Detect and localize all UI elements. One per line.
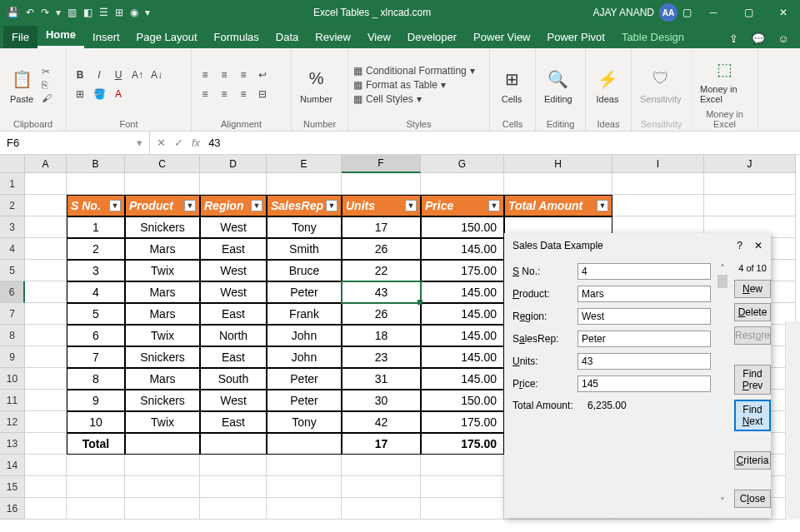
cell[interactable]: [200, 498, 267, 520]
cell[interactable]: 43: [342, 281, 421, 303]
cell[interactable]: Smith: [267, 238, 342, 260]
col-header-A[interactable]: A: [25, 155, 67, 173]
cell[interactable]: [704, 195, 796, 216]
cell[interactable]: 26: [342, 238, 421, 260]
cell[interactable]: [25, 433, 67, 455]
cell[interactable]: John: [267, 346, 342, 368]
cell[interactable]: SalesRep▼: [267, 195, 342, 216]
cell[interactable]: [67, 498, 125, 520]
cell[interactable]: 17: [342, 433, 421, 455]
paste-button[interactable]: 📋 Paste: [5, 64, 38, 106]
ideas-button[interactable]: ⚡Ideas: [591, 64, 624, 106]
cell[interactable]: West: [200, 390, 267, 411]
save-icon[interactable]: 💾: [7, 7, 19, 18]
qat-icon[interactable]: ☰: [99, 7, 108, 18]
delete-button[interactable]: Delete: [734, 303, 771, 321]
cell[interactable]: [25, 498, 67, 520]
cell[interactable]: Peter: [267, 368, 342, 390]
price-field[interactable]: [578, 375, 711, 392]
cell-styles-button[interactable]: ▦Cell Styles ▾: [353, 93, 475, 105]
cell[interactable]: [25, 238, 67, 260]
tab-data[interactable]: Data: [268, 26, 307, 48]
cell[interactable]: [421, 173, 504, 195]
row-header-11[interactable]: 11: [0, 390, 25, 411]
formula-input[interactable]: 43: [208, 137, 220, 149]
cell[interactable]: 150.00: [421, 216, 504, 238]
cell[interactable]: West: [200, 216, 267, 238]
cell[interactable]: 5: [67, 303, 125, 325]
cancel-icon[interactable]: ✕: [157, 137, 166, 149]
cell[interactable]: Twix: [125, 260, 200, 281]
border-button[interactable]: ⊞: [72, 86, 88, 102]
cell[interactable]: 18: [342, 325, 421, 346]
cell[interactable]: 2: [67, 238, 125, 260]
cells-button[interactable]: ⊞Cells: [495, 64, 528, 106]
cell[interactable]: [25, 455, 67, 476]
tab-developer[interactable]: Developer: [399, 26, 465, 48]
cell[interactable]: [421, 498, 504, 520]
cell[interactable]: West: [200, 281, 267, 303]
scroll-up-icon[interactable]: ˄: [720, 263, 725, 275]
cell[interactable]: [421, 455, 504, 476]
row-header-15[interactable]: 15: [0, 476, 25, 498]
align-right-button[interactable]: ≡: [235, 86, 252, 102]
qat-icon[interactable]: ⊞: [115, 7, 123, 18]
row-header-3[interactable]: 3: [0, 216, 25, 238]
cell[interactable]: [342, 476, 421, 498]
name-box[interactable]: F6▾: [0, 132, 150, 154]
tab-table-design[interactable]: Table Design: [613, 26, 692, 48]
conditional-formatting-button[interactable]: ▦Conditional Formatting ▾: [353, 65, 475, 77]
row-header-7[interactable]: 7: [0, 303, 25, 325]
cell[interactable]: East: [200, 303, 267, 325]
cell[interactable]: Price▼: [421, 195, 504, 216]
cell[interactable]: Twix: [125, 411, 200, 433]
cell[interactable]: Mars: [125, 303, 200, 325]
row-header-9[interactable]: 9: [0, 346, 25, 368]
cell[interactable]: Tony: [267, 411, 342, 433]
cell[interactable]: Mars: [125, 368, 200, 390]
cell[interactable]: [25, 411, 67, 433]
tab-home[interactable]: Home: [38, 23, 84, 48]
cell[interactable]: [25, 281, 67, 303]
cell[interactable]: [267, 173, 342, 195]
region-field[interactable]: [578, 308, 711, 325]
cell[interactable]: Twix: [125, 325, 200, 346]
cell[interactable]: [612, 173, 704, 195]
cell[interactable]: Product▼: [125, 195, 200, 216]
cell[interactable]: [25, 346, 67, 368]
dialog-close-button[interactable]: ✕: [754, 240, 762, 251]
tab-view[interactable]: View: [359, 26, 399, 48]
row-header-8[interactable]: 8: [0, 325, 25, 346]
filter-dropdown-icon[interactable]: ▼: [597, 200, 608, 211]
cell[interactable]: 175.00: [421, 411, 504, 433]
format-as-table-button[interactable]: ▦Format as Table ▾: [353, 79, 475, 91]
cell[interactable]: East: [200, 346, 267, 368]
align-center-button[interactable]: ≡: [216, 86, 232, 102]
cell[interactable]: 145.00: [421, 325, 504, 346]
cell[interactable]: 10: [67, 411, 125, 433]
row-header-1[interactable]: 1: [0, 173, 25, 195]
money-button[interactable]: ⬚Money in Excel: [697, 54, 752, 106]
col-header-I[interactable]: I: [612, 155, 704, 173]
qat-icon[interactable]: ◧: [83, 7, 92, 18]
minimize-button[interactable]: ─: [697, 0, 730, 25]
qat-icon[interactable]: ◉: [130, 7, 138, 18]
close-button[interactable]: Close: [734, 490, 771, 508]
sno-field[interactable]: [578, 263, 711, 280]
cell[interactable]: Total Amount▼: [504, 195, 612, 216]
cell[interactable]: 42: [342, 411, 421, 433]
enter-icon[interactable]: ✓: [174, 137, 183, 149]
fill-color-button[interactable]: 🪣: [91, 86, 108, 102]
comments-icon[interactable]: 💬: [748, 28, 768, 48]
cell[interactable]: Bruce: [267, 260, 342, 281]
cell[interactable]: 17: [342, 216, 421, 238]
cell[interactable]: Tony: [267, 216, 342, 238]
cell[interactable]: Mars: [125, 281, 200, 303]
cell[interactable]: [25, 173, 67, 195]
tab-formulas[interactable]: Formulas: [206, 26, 268, 48]
cell[interactable]: North: [200, 325, 267, 346]
cell[interactable]: [704, 173, 796, 195]
qat-icon[interactable]: ▥: [68, 7, 77, 18]
cell[interactable]: [25, 390, 67, 411]
cell[interactable]: [25, 260, 67, 281]
